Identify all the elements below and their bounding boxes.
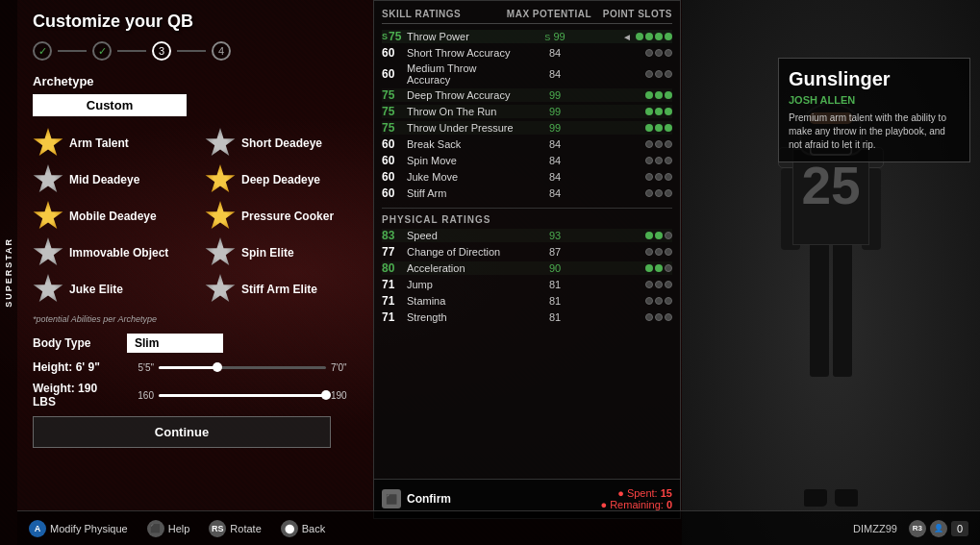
physical-header: PHYSICAL RATINGS [382, 208, 672, 225]
archetype-stiff-arm-elite[interactable]: Stiff Arm Elite [205, 274, 358, 305]
stamina-current: 71 [382, 294, 405, 308]
speed-name: Speed [407, 230, 515, 241]
archetype-mid-deadeye[interactable]: Mid Deadeye [33, 164, 186, 195]
deep-throw-dots [595, 91, 672, 99]
med-throw-dots [595, 70, 672, 78]
stat-row-cod: 77 Change of Direction 87 [382, 245, 672, 259]
user-info: DIMZZ99 R3 👤 0 [853, 520, 968, 537]
leg-right [833, 242, 852, 377]
confirm-icon: ⬛ [382, 489, 401, 508]
archetype-spin-elite[interactable]: Spin Elite [205, 237, 358, 268]
confirm-button[interactable]: ⬛ Confirm [382, 489, 451, 508]
modify-physique-btn[interactable]: A Modify Physique [29, 520, 128, 537]
short-throw-dots [595, 49, 672, 57]
weight-track[interactable] [159, 394, 326, 397]
throw-pressure-dots [595, 124, 672, 132]
step-1: ✓ [33, 41, 52, 61]
jump-name: Jump [407, 279, 515, 290]
break-sack-name: Break Sack [407, 138, 515, 150]
archetype-pressure-cooker[interactable]: Pressure Cooker [205, 201, 358, 232]
throw-pressure-max: 99 [516, 122, 593, 134]
archetype-mobile-deadeye[interactable]: Mobile Deadeye [33, 201, 186, 232]
ability-player: JOSH ALLEN [789, 94, 960, 106]
page-title: Customize your QB [33, 12, 358, 32]
step-3: 3 [152, 41, 171, 61]
rotate-icon: RS [209, 520, 226, 537]
jump-current: 71 [382, 278, 405, 291]
spin-move-max: 84 [516, 155, 593, 166]
cod-current: 77 [382, 245, 405, 259]
accel-current: 80 [382, 261, 405, 275]
archetype-arm-talent[interactable]: Arm Talent [33, 128, 186, 159]
continue-button[interactable]: Continue [33, 416, 331, 448]
med-throw-name: Medium Throw Accuracy [407, 62, 515, 86]
height-thumb[interactable] [213, 362, 222, 372]
archetype-grid: Arm Talent Short Deadeye Mid Deadeye Dee… [33, 128, 358, 305]
weight-min: 160 [127, 390, 154, 401]
throw-run-dots [595, 108, 672, 115]
stiff-arm-current: 60 [382, 186, 405, 200]
stat-row-deep-throw: 75 Deep Throw Accuracy 99 [382, 88, 672, 102]
break-sack-max: 84 [516, 138, 593, 150]
spin-move-dots [595, 157, 672, 164]
height-track[interactable] [159, 366, 326, 369]
archetype-immovable-object[interactable]: Immovable Object [33, 237, 186, 268]
stiff-arm-max: 84 [516, 187, 593, 199]
weight-row: Weight: 190 LBS 160 190 [33, 382, 358, 409]
stiff-arm-name: Stiff Arm [407, 187, 515, 199]
stiff-arm-dots [595, 189, 672, 197]
weight-slider[interactable]: 160 190 [127, 390, 358, 401]
cod-max: 87 [516, 246, 593, 258]
accel-name: Acceleration [407, 262, 515, 274]
height-slider[interactable]: 5'5" 7'0" [127, 362, 358, 373]
stat-row-throw-pressure: 75 Throw Under Pressure 99 [382, 121, 672, 135]
leg-left [810, 242, 829, 377]
step-4: 4 [212, 41, 231, 61]
stamina-name: Stamina [407, 295, 515, 307]
r3-info: R3 👤 0 [909, 520, 968, 537]
step-line-1 [58, 50, 87, 52]
archetype-label: Archetype [33, 74, 358, 88]
archetype-short-deadeye[interactable]: Short Deadeye [205, 128, 358, 159]
body-type-value[interactable]: Slim [127, 334, 223, 353]
throw-power-name: Throw Power [407, 31, 515, 42]
stat-row-juke-move: 60 Juke Move 84 [382, 170, 672, 184]
rotate-btn[interactable]: RS Rotate [209, 520, 261, 537]
archetype-juke-elite[interactable]: Juke Elite [33, 274, 186, 305]
steps: ✓ ✓ 3 4 [33, 41, 358, 61]
stats-header: SKILL RATINGS MAX POTENTIAL POINT SLOTS [382, 9, 672, 24]
help-icon: ⬛ [147, 520, 164, 537]
help-label: Help [168, 523, 190, 534]
throw-pressure-current: 75 [382, 121, 405, 135]
points-spent: ● Spent: 15 [600, 487, 672, 499]
username: DIMZZ99 [853, 523, 897, 534]
rotate-label: Rotate [230, 523, 261, 534]
modify-label: Modify Physique [50, 523, 128, 534]
stat-row-strength: 71 Strength 81 [382, 310, 672, 324]
speed-current: 83 [382, 229, 405, 242]
throw-pressure-name: Throw Under Pressure [407, 122, 515, 134]
throw-power-max: S 99 [516, 31, 593, 42]
stat-row-acceleration: 80 Acceleration 90 [382, 261, 672, 275]
cod-name: Change of Direction [407, 246, 515, 258]
height-fill [159, 366, 217, 369]
back-btn[interactable]: ⬤ Back [281, 520, 325, 537]
help-btn[interactable]: ⬛ Help [147, 520, 190, 537]
archetype-deep-deadeye[interactable]: Deep Deadeye [205, 164, 358, 195]
max-header: MAX POTENTIAL [495, 9, 591, 19]
jump-dots [595, 281, 672, 288]
juke-move-max: 84 [516, 171, 593, 183]
height-label: Height: 6' 9" [33, 360, 119, 374]
stat-row-throw-run: 75 Throw On The Run 99 [382, 105, 672, 118]
archetype-value[interactable]: Custom [33, 94, 187, 116]
throw-power-dots: ◄ [595, 32, 672, 42]
step-line-2 [117, 50, 146, 52]
throw-run-current: 75 [382, 105, 405, 118]
short-throw-max: 84 [516, 47, 593, 59]
stat-row-short-throw: 60 Short Throw Accuracy 84 [382, 46, 672, 60]
weight-thumb[interactable] [321, 390, 331, 400]
short-throw-current: 60 [382, 46, 405, 60]
juke-move-dots [595, 173, 672, 181]
break-sack-current: 60 [382, 137, 405, 151]
stats-panel: SKILL RATINGS MAX POTENTIAL POINT SLOTS … [373, 0, 681, 519]
